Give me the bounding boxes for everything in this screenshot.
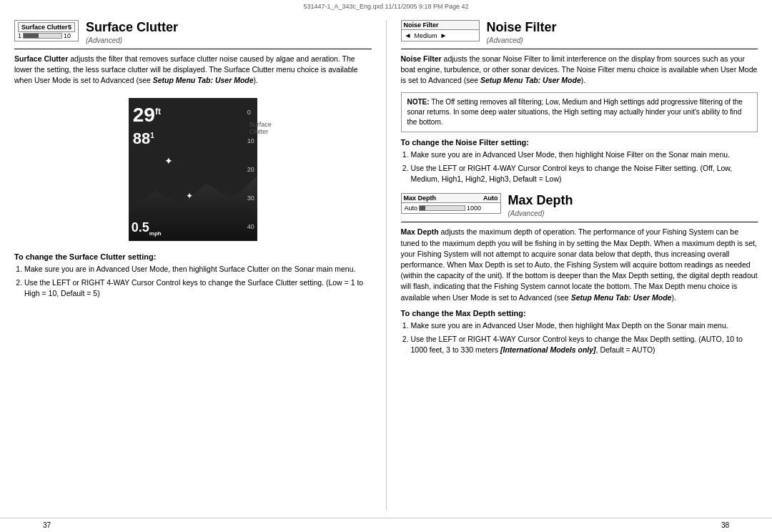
noise-filter-widget-box: Noise Filter ◄ Medium ► Noise Filter (Ad… — [401, 20, 758, 44]
note-box: NOTE: The Off setting removes all filter… — [401, 92, 758, 132]
nf-section-header-group: Noise Filter (Advanced) — [487, 20, 557, 44]
sc-instructions: Make sure you are in Advanced User Mode,… — [14, 264, 372, 300]
md-instructions: Make sure you are in Advanced User Mode,… — [401, 320, 758, 356]
noise-filter-control[interactable]: Noise Filter ◄ Medium ► — [401, 20, 480, 41]
nf-step2: Use the LEFT or RIGHT 4-WAY Cursor Contr… — [411, 163, 758, 184]
max-depth-widget-box: Max Depth Auto Auto 1000 Max Depth (Adva… — [401, 193, 758, 217]
page-number-left: 37 — [43, 521, 51, 529]
sonar-image-container: 29ft 881 0.5mph 0 10 20 30 40 ✦ ✦ Surfa — [14, 92, 372, 247]
md-slider-fill — [420, 206, 425, 210]
sc-control-title: Surface Clutter 5 — [18, 22, 75, 32]
sonar-speed: 0.5mph — [132, 220, 162, 237]
md-change-title: To change the Max Depth setting: — [401, 309, 758, 317]
page-number-row: 37 38 — [0, 518, 772, 532]
nf-body-text: Noise Filter adjusts the sonar Noise Fil… — [401, 54, 758, 87]
sonar-fish-icon2: ✦ — [186, 191, 193, 201]
nf-change-title: To change the Noise Filter setting: — [401, 138, 758, 147]
md-value-row: Auto 1000 — [402, 203, 500, 213]
sc-body-text: Surface Clutter adjusts the filter that … — [14, 54, 372, 87]
max-depth-control[interactable]: Max Depth Auto Auto 1000 — [401, 193, 501, 214]
nf-value-row: ◄ Medium ► — [402, 30, 479, 41]
md-advanced-label: (Advanced) — [508, 210, 573, 217]
sonar-depth-29: 29ft — [133, 104, 161, 127]
md-step1: Make sure you are in Advanced User Mode,… — [411, 320, 758, 331]
sc-section-title: Surface Clutter — [86, 20, 178, 35]
nf-advanced-label: (Advanced) — [487, 36, 557, 44]
sc-step2: Use the LEFT or RIGHT 4-WAY Cursor Contr… — [24, 277, 372, 299]
nf-left-arrow[interactable]: ◄ — [405, 31, 412, 39]
nf-step1: Make sure you are in Advanced User Mode,… — [411, 149, 758, 160]
md-title-row: Max Depth Auto — [402, 194, 500, 203]
sonar-depth-88: 881 — [133, 129, 154, 148]
sc-slider-bar[interactable] — [23, 33, 62, 39]
sonar-scale: 0 10 20 30 40 — [247, 98, 254, 241]
sonar-image: 29ft 881 0.5mph 0 10 20 30 40 ✦ ✦ — [129, 98, 257, 241]
content-area: Surface Clutter 5 1 10 Surface Clutter (… — [0, 13, 772, 518]
sonar-fish-icon: ✦ — [164, 155, 173, 167]
right-column: Noise Filter ◄ Medium ► Noise Filter (Ad… — [387, 20, 758, 511]
page-wrapper: 531447-1_A_343c_Eng.qxd 11/11/2005 9:18 … — [0, 0, 772, 532]
sc-step1: Make sure you are in Advanced User Mode,… — [24, 264, 372, 275]
left-column: Surface Clutter 5 1 10 Surface Clutter (… — [14, 20, 387, 511]
page-header: 531447-1_A_343c_Eng.qxd 11/11/2005 9:18 … — [0, 0, 772, 13]
surface-clutter-control[interactable]: Surface Clutter 5 1 10 — [14, 20, 79, 41]
nf-section-title: Noise Filter — [487, 20, 557, 35]
surface-clutter-widget-box: Surface Clutter 5 1 10 Surface Clutter (… — [14, 20, 372, 44]
md-section-header-group: Max Depth (Advanced) — [508, 193, 573, 217]
md-step2: Use the LEFT or RIGHT 4-WAY Cursor Contr… — [411, 334, 758, 355]
sc-change-title: To change the Surface Clutter setting: — [14, 252, 372, 261]
sc-section-header-group: Surface Clutter (Advanced) — [86, 20, 178, 44]
nf-right-arrow[interactable]: ► — [440, 31, 447, 39]
sc-advanced-label: (Advanced) — [86, 36, 178, 44]
header-text: 531447-1_A_343c_Eng.qxd 11/11/2005 9:18 … — [303, 3, 468, 10]
md-body-text: Max Depth adjusts the maximum depth of o… — [401, 227, 758, 303]
nf-instructions: Make sure you are in Advanced User Mode,… — [401, 149, 758, 185]
nf-title-row: Noise Filter — [402, 21, 479, 30]
page-number-right: 38 — [721, 521, 729, 529]
md-slider-bar[interactable] — [419, 205, 465, 211]
md-section-title: Max Depth — [508, 193, 573, 208]
sonar-clutter-label: SurfaceClutter — [249, 121, 272, 137]
sc-slider: 1 10 — [18, 32, 75, 39]
